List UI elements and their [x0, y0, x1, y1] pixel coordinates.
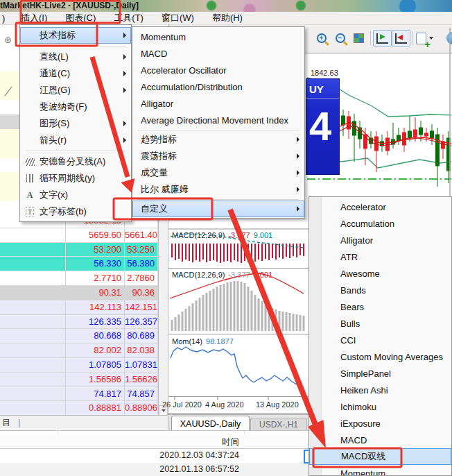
add-indicator-icon	[416, 33, 426, 44]
menu-item-volumes[interactable]: 成交量	[132, 164, 304, 181]
menu-window[interactable]: 窗口(W)	[153, 12, 203, 23]
menu-item-label: iExposure	[340, 418, 381, 429]
menu-item-alligator[interactable]: Alligator	[132, 95, 304, 112]
market-watch-scrollbar[interactable]	[158, 214, 168, 416]
bid-cell: 74.817	[66, 387, 125, 402]
menu-item-fibonacci[interactable]: 斐波纳奇(F)	[20, 99, 131, 115]
menu-item-text[interactable]: A文字(x)	[20, 187, 131, 203]
zoom-in-button[interactable]: +	[312, 30, 331, 46]
menu-item-custom[interactable]: 自定义	[132, 201, 304, 217]
market-watch-row[interactable]: 1.565861.56626	[0, 373, 158, 387]
menu-item-accelerator[interactable]: Accelerator	[309, 198, 451, 215]
menu-item-channels[interactable]: 通道(C)	[20, 65, 131, 82]
menu-bar-overflow[interactable]: )	[0, 13, 12, 24]
menu-item-cycle-lines[interactable]: 循环周期线(y)	[20, 170, 131, 187]
menu-item-macd[interactable]: MACD	[132, 45, 304, 62]
market-watch-row[interactable]: 74.81774.857	[0, 387, 158, 402]
menu-item-custom-moving-averages[interactable]: Custom Moving Averages	[309, 348, 451, 365]
menu-item-atr[interactable]: ATR	[309, 248, 451, 265]
menu-item-label: Bands	[340, 285, 366, 296]
menu-separator	[138, 199, 299, 200]
menu-item-momentum[interactable]: Momentum	[132, 28, 304, 45]
chart-shift-button[interactable]	[373, 30, 392, 46]
indicators-submenu: MomentumMACDAccelerator OscillatorAccumu…	[132, 26, 305, 219]
market-watch-row[interactable]: 80.66880.689	[0, 329, 158, 343]
market-watch-row[interactable]: 56.33056.380	[0, 257, 158, 271]
tile-windows-button[interactable]	[349, 30, 368, 46]
market-watch-row[interactable]: 5659.605661.40	[0, 228, 158, 243]
submenu-arrow-icon	[123, 33, 126, 38]
menu-charts[interactable]: 图表(C)	[56, 12, 105, 23]
symbol-cell	[0, 257, 66, 271]
ask-cell: 82.038	[125, 343, 158, 358]
menu-item-lines[interactable]: 直线(L)	[20, 49, 131, 65]
add-indicator-button[interactable]	[415, 30, 434, 46]
market-watch-row[interactable]: 142.113142.151	[0, 300, 158, 315]
menu-help[interactable]: 帮助(H)	[203, 12, 252, 23]
market-watch-row[interactable]: 90.3190.36	[0, 286, 158, 300]
symbol-cell	[0, 329, 66, 343]
menu-item-label: Accelerator	[340, 202, 386, 212]
menu-item-label: 成交量	[141, 167, 168, 179]
bid-cell: 5659.60	[66, 228, 125, 243]
menu-item-tech-indicators[interactable]: 技术指标	[20, 27, 131, 44]
menu-item-label: 文字标签(b)	[40, 205, 87, 218]
menu-item-gann[interactable]: 江恩(G)	[20, 82, 131, 99]
text-icon: A	[24, 190, 35, 200]
auto-scroll-button[interactable]	[392, 30, 410, 46]
menu-item-oscillator-indicators[interactable]: 震荡指标	[132, 148, 304, 164]
menu-item-bulls[interactable]: Bulls	[309, 315, 451, 332]
symbol-cell	[0, 286, 66, 300]
market-watch-footer: 目 |	[0, 415, 168, 430]
menu-item-macd[interactable]: MACD	[309, 432, 451, 448]
menu-item-bears[interactable]: Bears	[309, 298, 451, 315]
menu-item-simplepanel[interactable]: SimplePanel	[309, 365, 451, 382]
market-watch-row[interactable]: 2.77102.7860	[0, 271, 158, 286]
menu-item-andrews-pitchfork[interactable]: 安德鲁分叉线(A)	[20, 153, 131, 170]
symbol-cell	[0, 343, 66, 358]
zoom-out-button[interactable]: −	[331, 30, 349, 46]
buy-widget-label: UY	[306, 79, 339, 99]
market-watch-row[interactable]: 1.078051.07831	[0, 358, 158, 373]
menu-item-bill-williams[interactable]: 比尔 威廉姆	[132, 181, 304, 198]
submenu-arrow-icon	[297, 206, 299, 212]
menu-item-accumulation-distribution[interactable]: Accumulation/Distribution	[132, 78, 304, 95]
menu-item-ichimoku[interactable]: Ichimoku	[309, 398, 451, 415]
market-watch-row[interactable]: 0.888810.88906	[0, 401, 158, 416]
chart-tab-active[interactable]: XAUUSD-,Daily	[171, 416, 250, 431]
crosshair-icon[interactable]: ⊕	[4, 35, 12, 45]
menu-item-bands[interactable]: Bands	[309, 282, 451, 298]
ask-cell: 80.689	[125, 329, 158, 343]
menu-item-shapes[interactable]: 图形(S)	[20, 115, 131, 132]
menu-item-iexposure[interactable]: iExposure	[309, 415, 451, 432]
chart-tab-inactive[interactable]: USDX-,H1	[250, 418, 307, 431]
menu-item-awesome[interactable]: Awesome	[309, 265, 451, 282]
menu-item-cci[interactable]: CCI	[309, 332, 451, 348]
menu-insert[interactable]: 插入(I)	[12, 12, 56, 23]
menu-item-average-directional-movement-index[interactable]: Average Directional Movement Index	[132, 112, 304, 128]
menu-item-label: 趋势指标	[141, 133, 177, 146]
menu-item-trend-indicators[interactable]: 趋势指标	[132, 131, 304, 148]
menu-item-label: Momentum	[340, 468, 385, 476]
menu-item-label: 江恩(G)	[40, 84, 71, 96]
menu-tools[interactable]: 工具(T)	[105, 12, 153, 23]
menu-item-label: SimplePanel	[340, 368, 391, 379]
menu-item-macd-double-line[interactable]: MACD双线	[309, 448, 451, 465]
symbol-cell	[0, 401, 66, 416]
menu-item-arrows[interactable]: 箭头(r)	[20, 132, 131, 148]
partial-tab-label[interactable]: 目	[2, 418, 10, 427]
market-watch-row[interactable]: 126.335126.357	[0, 315, 158, 330]
menu-item-accelerator-oscillator[interactable]: Accelerator Oscillator	[132, 62, 304, 78]
menu-item-alligator[interactable]: Alligator	[309, 232, 451, 248]
mt4-application-window: tMarketHK-Live2 - [XAUUSD-,Daily] ) 插入(I…	[0, 0, 452, 476]
menu-item-text-label[interactable]: T文字标签(b)	[20, 203, 131, 220]
menu-item-momentum[interactable]: Momentum	[309, 465, 451, 476]
market-watch-row[interactable]: 82.00282.038	[0, 343, 158, 358]
menu-item-heiken-ashi[interactable]: Heiken Ashi	[309, 382, 451, 398]
market-watch-row[interactable]: 53.20053.250	[0, 243, 158, 257]
menu-item-accumulation[interactable]: Accumulation	[309, 215, 451, 232]
time-column-header[interactable]: 时间	[222, 436, 239, 448]
one-click-buy-widget[interactable]: UY 4	[306, 78, 340, 175]
ask-cell: 56.380	[125, 257, 158, 271]
bid-cell: 0.88881	[66, 401, 125, 416]
